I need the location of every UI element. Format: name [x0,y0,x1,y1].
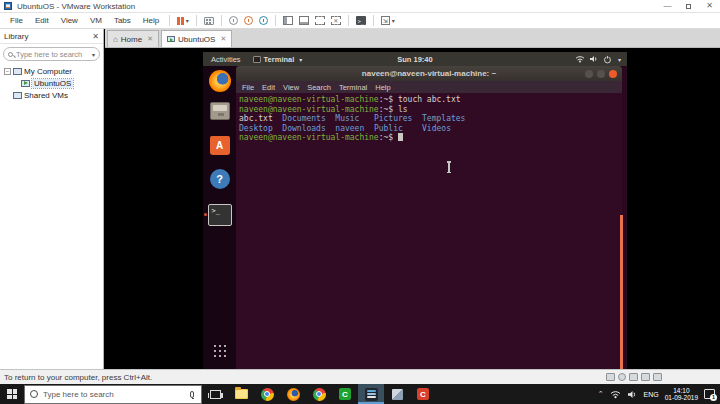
menu-file[interactable]: File [4,16,29,25]
snapshot-manager-button[interactable] [256,14,271,28]
show-applications-button[interactable] [203,345,236,357]
cd-rom-icon[interactable] [618,373,626,381]
dock-ubuntu-software[interactable]: A [203,136,236,155]
terminal-menu-file[interactable]: File [242,83,254,92]
tree-item-shared-vms[interactable]: Shared VMs [0,89,103,101]
library-panel: Library ✕ ▾ − My Computer UbuntuOS Share… [0,29,104,369]
windows-search-box[interactable] [24,385,202,404]
app-grid-icon [214,345,226,357]
minimize-button[interactable]: — [657,0,678,13]
tree-item-my-computer[interactable]: − My Computer [0,65,103,77]
firefox-button[interactable] [280,384,306,404]
collapse-icon[interactable]: − [4,68,11,75]
menu-view[interactable]: View [55,16,84,25]
show-thumbnails-button[interactable] [296,14,312,28]
network-adapter-icon[interactable] [629,373,638,381]
fullscreen-button[interactable] [312,14,328,28]
terminal-icon: >_ [208,204,232,226]
library-close-icon[interactable]: ✕ [92,32,99,41]
chevron-down-icon: ▾ [392,17,395,24]
tree-item-label: My Computer [24,67,72,76]
tray-network-icon[interactable] [610,390,621,399]
file-explorer-button[interactable] [228,384,254,404]
windows-search-input[interactable] [43,390,190,399]
terminal-menu-terminal[interactable]: Terminal [339,83,367,92]
terminal-maximize-button[interactable] [597,70,605,78]
terminal-menu-search[interactable]: Search [307,83,331,92]
ubuntu-dock: A ? >_ [203,66,236,369]
stretch-icon: ⇲ [381,16,390,25]
chrome-button[interactable] [254,384,280,404]
toolbar-separator [196,15,197,26]
terminal-line: Desktop Downloads naveen Public Videos [239,124,622,134]
menu-tabs[interactable]: Tabs [108,16,137,25]
camtasia-green-button[interactable]: C [332,384,358,404]
menu-vm[interactable]: VM [84,16,108,25]
vmware-taskbar-button[interactable] [358,384,384,404]
chrome-2-button[interactable] [306,384,332,404]
tray-date: 01-09-2019 [665,394,698,402]
dock-terminal[interactable]: >_ [203,204,236,226]
tree-item-ubuntuos[interactable]: UbuntuOS [0,77,103,89]
tab-close-icon[interactable]: ✕ [147,35,153,43]
tray-clock[interactable]: 14:10 01-09-2019 [665,387,698,402]
vmware-menubar: File Edit View VM Tabs Help ▾ ✕ >_ ⇲▾ [0,13,720,29]
tree-item-label: UbuntuOS [32,79,73,88]
menu-edit[interactable]: Edit [29,16,55,25]
prism-app-button[interactable] [384,384,410,404]
vmware-app-icon [4,2,12,10]
terminal-titlebar[interactable]: naveen@naveen-virtual-machine: ~ [236,66,622,81]
terminal-close-button[interactable] [609,70,617,78]
pause-icon [177,17,184,25]
terminal-minimize-button[interactable] [585,70,593,78]
close-button[interactable]: ✕ [699,0,720,13]
chevron-down-icon[interactable]: ▾ [92,51,95,58]
revert-snapshot-button[interactable] [241,14,256,28]
hard-disk-icon[interactable] [606,373,615,381]
unity-button[interactable]: ✕ [328,14,344,28]
show-library-button[interactable] [280,14,296,28]
tab-bar: ⌂ Home ✕ UbuntuOS ✕ [105,29,720,48]
library-title: Library [4,32,28,41]
library-search-input[interactable] [16,50,90,59]
computer-icon [13,68,22,75]
start-button[interactable] [0,384,24,404]
tray-chevron-up-icon[interactable]: ⌃ [598,390,604,398]
language-indicator[interactable]: ENG [644,391,659,398]
tab-home[interactable]: ⌂ Home ✕ [107,30,159,47]
suspend-button[interactable]: ▾ [174,14,192,28]
terminal-menu-help[interactable]: Help [375,83,390,92]
camtasia-red-button[interactable]: C [410,384,436,404]
microphone-icon[interactable] [190,391,194,398]
library-search[interactable]: ▾ [3,47,100,61]
ubuntu-clock[interactable]: Sun 19:40 [203,55,627,64]
restore-button[interactable] [678,0,699,13]
unity-icon: ✕ [331,16,341,25]
chrome-icon [261,388,274,401]
tab-ubuntuos[interactable]: UbuntuOS ✕ [161,30,232,47]
task-view-button[interactable] [202,384,228,404]
console-view-button[interactable]: >_ [353,14,369,28]
dock-firefox[interactable] [203,70,236,92]
toolbar-separator [275,15,276,26]
keyboard-icon [204,17,214,25]
prism-app-icon [392,389,403,400]
ctrl-alt-del-button[interactable] [201,14,217,28]
sound-icon[interactable] [653,373,662,381]
tray-volume-icon[interactable] [627,390,638,399]
usb-icon[interactable] [641,373,650,381]
terminal-menu-view[interactable]: View [283,83,299,92]
action-center-icon[interactable]: 1 [704,389,715,399]
snapshot-icon [229,16,238,25]
dock-help[interactable]: ? [203,169,236,189]
tray-time: 14:10 [665,387,698,395]
terminal-menu-edit[interactable]: Edit [262,83,275,92]
statusbar-message: To return to your computer, press Ctrl+A… [4,373,152,382]
terminal-body[interactable]: naveen@naveen-virtual-machine:~$ touch a… [236,93,622,369]
tab-close-icon[interactable]: ✕ [220,35,226,43]
menu-help[interactable]: Help [137,16,165,25]
stretch-button[interactable]: ⇲▾ [378,14,398,28]
file-explorer-icon [235,389,248,399]
dock-files[interactable] [203,102,236,120]
take-snapshot-button[interactable] [226,14,241,28]
